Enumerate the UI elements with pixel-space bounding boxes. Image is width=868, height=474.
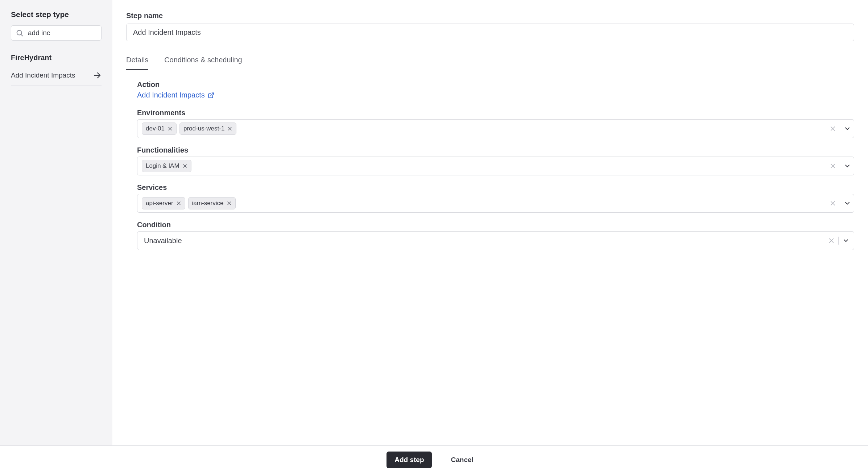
tabs: Details Conditions & scheduling [126, 52, 854, 70]
chip-label: Login & IAM [146, 162, 179, 170]
add-step-button[interactable]: Add step [387, 452, 432, 468]
step-type-item-label: Add Incident Impacts [11, 71, 79, 80]
environments-label: Environments [137, 109, 854, 117]
sidebar-title: Select step type [11, 10, 102, 19]
action-link-text: Add Incident Impacts [137, 91, 205, 99]
condition-select[interactable]: Unavailable [137, 231, 854, 250]
chip-dev-01: dev-01 [142, 122, 177, 135]
chevron-down-icon[interactable] [844, 125, 851, 132]
divider [840, 162, 840, 170]
step-name-label: Step name [126, 12, 854, 20]
step-name-input[interactable] [126, 24, 854, 41]
search-icon [16, 29, 24, 37]
chip-label: prod-us-west-1 [183, 125, 224, 132]
condition-value: Unavailable [144, 237, 826, 245]
divider [838, 237, 839, 245]
chip-label: dev-01 [146, 125, 165, 132]
environments-select[interactable]: dev-01 prod-us-west-1 [137, 119, 854, 138]
svg-line-3 [210, 93, 213, 96]
chip-remove-icon[interactable] [168, 126, 173, 131]
search-input-wrap[interactable] [11, 25, 102, 41]
chip-remove-icon[interactable] [176, 201, 181, 206]
condition-label: Condition [137, 221, 854, 229]
arrow-right-icon [93, 71, 102, 80]
chip-login-iam: Login & IAM [142, 160, 191, 172]
chevron-down-icon[interactable] [844, 200, 851, 207]
cancel-button[interactable]: Cancel [443, 452, 481, 468]
services-label: Services [137, 183, 854, 192]
search-input[interactable] [27, 29, 115, 37]
chevron-down-icon[interactable] [844, 162, 851, 170]
tab-conditions-scheduling[interactable]: Conditions & scheduling [164, 52, 242, 70]
action-link[interactable]: Add Incident Impacts [137, 91, 214, 99]
divider [840, 125, 840, 133]
action-label: Action [137, 80, 854, 89]
chip-remove-icon[interactable] [182, 163, 187, 169]
functionalities-select[interactable]: Login & IAM [137, 157, 854, 175]
services-select[interactable]: api-server iam-service [137, 194, 854, 213]
sidebar-group-label: FireHydrant [11, 54, 102, 62]
clear-all-icon[interactable] [830, 163, 836, 169]
step-type-item-add-incident-impacts[interactable]: Add Incident Impacts [11, 66, 102, 86]
external-link-icon [208, 92, 214, 99]
clear-all-icon[interactable] [830, 125, 836, 132]
chevron-down-icon[interactable] [842, 237, 850, 244]
chip-remove-icon[interactable] [227, 126, 232, 131]
sidebar: Select step type FireHydrant Add Inciden… [0, 0, 112, 445]
main-panel: Step name Details Conditions & schedulin… [112, 0, 868, 445]
chip-prod-us-west-1: prod-us-west-1 [179, 122, 236, 135]
chip-remove-icon[interactable] [227, 201, 232, 206]
details-section: Action Add Incident Impacts Environments [126, 80, 854, 250]
chip-api-server: api-server [142, 197, 185, 209]
chip-label: api-server [146, 200, 173, 207]
clear-all-icon[interactable] [830, 200, 836, 207]
divider [840, 199, 840, 207]
footer: Add step Cancel [0, 445, 868, 474]
chip-iam-service: iam-service [188, 197, 236, 209]
tab-details[interactable]: Details [126, 52, 148, 70]
svg-line-1 [21, 34, 22, 36]
clear-icon[interactable] [828, 237, 835, 244]
functionalities-label: Functionalities [137, 146, 854, 154]
chip-label: iam-service [192, 200, 224, 207]
